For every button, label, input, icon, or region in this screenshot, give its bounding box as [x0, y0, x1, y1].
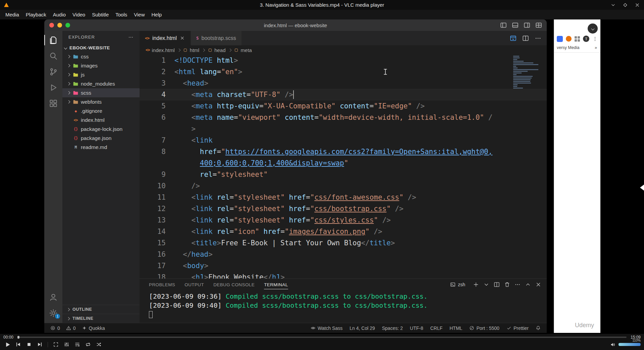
extended-settings-button[interactable]	[62, 341, 71, 348]
tree-item-js[interactable]: js	[62, 70, 140, 79]
menu-view[interactable]: View	[130, 10, 148, 19]
more-actions-icon[interactable]	[535, 35, 541, 42]
close-tab-icon[interactable]	[180, 36, 185, 41]
activity-item-source-control[interactable]	[44, 64, 62, 80]
layout-grid-icon[interactable]	[535, 22, 542, 29]
code-line[interactable]: 4 <meta charset="UTF-8" />	[140, 89, 547, 100]
chevron-down-icon[interactable]	[610, 2, 616, 8]
code-line[interactable]: 6 <meta name="viewport" content="width=d…	[140, 112, 547, 123]
close-icon[interactable]	[635, 2, 640, 8]
code-line[interactable]: 18 <h1>Ebook Website</h1>	[140, 271, 547, 279]
minimap[interactable]	[513, 56, 542, 89]
kebab-menu-icon[interactable]	[592, 36, 598, 42]
browser-scroll-button[interactable]	[588, 23, 598, 34]
bookmark-overflow[interactable]: »	[595, 45, 597, 50]
status-item-utf-8[interactable]: UTF-8	[410, 326, 423, 331]
tab-index.html[interactable]: <>index.html	[140, 31, 191, 45]
code-line[interactable]: 13 <link rel="stylesheet" href="css/styl…	[140, 214, 547, 226]
previous-button[interactable]	[14, 341, 22, 348]
volume-slider[interactable]	[619, 343, 641, 346]
tree-item-css[interactable]: css	[62, 52, 140, 61]
tree-item-images[interactable]: images	[62, 61, 140, 70]
status-item-notifications[interactable]	[536, 326, 541, 331]
minimize-traffic-light[interactable]	[57, 23, 62, 28]
code-line[interactable]: 12 <link rel="stylesheet" href="css/boot…	[140, 203, 547, 214]
video-area[interactable]: index.html — ebook-website 1 EXPLORER EB…	[0, 19, 644, 334]
terminal[interactable]: [2023-06-09 09:36] Compiled scss/bootstr…	[140, 290, 547, 323]
split-editor-icon[interactable]	[494, 282, 500, 288]
workspace-root[interactable]: EBOOK-WEBSITE	[62, 43, 140, 52]
tree-item-webfonts[interactable]: webfonts	[62, 97, 140, 106]
section-outline[interactable]: OUTLINE	[62, 305, 140, 314]
code-line[interactable]: 1<!DOCTYPE html>	[140, 55, 547, 66]
code-line[interactable]: 17 <body>	[140, 260, 547, 271]
trash-icon[interactable]	[504, 282, 510, 288]
status-item-watch-sass[interactable]: Watch Sass	[311, 326, 342, 331]
code-line[interactable]: 2<html lang="en">	[140, 66, 547, 78]
grid-extension-icon[interactable]	[575, 36, 580, 42]
random-button[interactable]	[95, 341, 103, 348]
code-line[interactable]: 10 />	[140, 180, 547, 192]
activity-item-extensions[interactable]	[44, 95, 62, 111]
status-item-port-5500[interactable]: Port : 5500	[469, 326, 499, 331]
status-item-crlf[interactable]: CRLF	[430, 326, 443, 331]
tree-item-package-lock.json[interactable]: {}package-lock.json	[62, 124, 140, 134]
breadcrumb-item-html[interactable]: html	[183, 47, 199, 53]
activity-item-account[interactable]	[44, 289, 62, 305]
seek-slider[interactable]	[17, 337, 627, 338]
code-line[interactable]: 3 <head>	[140, 78, 547, 89]
terminal-shell-select[interactable]: zsh	[450, 282, 465, 288]
chevron-down-icon[interactable]	[483, 282, 489, 288]
play-button[interactable]	[3, 341, 12, 348]
tab-bootstrap.scss[interactable]: Sbootstrap.scss	[191, 31, 242, 45]
stop-button[interactable]	[25, 341, 33, 348]
bookmark-label[interactable]: versy Media	[557, 45, 579, 50]
close-icon[interactable]	[535, 282, 541, 288]
activity-item-run-and-debug[interactable]	[44, 80, 62, 95]
layout-sidebar-right-icon[interactable]	[524, 22, 530, 29]
tree-item-.gitignore[interactable]: ◆.gitignore	[62, 106, 140, 115]
open-preview-icon[interactable]	[510, 35, 517, 42]
chevron-up-icon[interactable]	[525, 282, 531, 288]
code-line[interactable]: 14 <link rel="icon" href="images/favicon…	[140, 226, 547, 237]
code-line[interactable]: >	[140, 123, 547, 135]
next-button[interactable]	[36, 341, 44, 348]
layout-sidebar-left-icon[interactable]	[500, 22, 507, 29]
code-line[interactable]: 7 <link	[140, 135, 547, 146]
more-actions-icon[interactable]	[515, 282, 521, 288]
loop-button[interactable]	[84, 341, 92, 348]
tree-item-scss[interactable]: scss	[62, 88, 140, 97]
profile-badge-icon[interactable]: T	[583, 36, 589, 42]
maximize-icon[interactable]	[623, 2, 628, 8]
panel-tab-terminal[interactable]: TERMINAL	[264, 280, 288, 289]
breadcrumb-item-head[interactable]: head	[208, 47, 225, 53]
section-timeline[interactable]: TIMELINE	[62, 314, 140, 323]
breadcrumb-item-meta[interactable]: meta	[234, 47, 252, 53]
code-line[interactable]: 16 </head>	[140, 249, 547, 260]
status-item-ln-4-col-29[interactable]: Ln 4, Col 29	[350, 326, 375, 331]
status-item-spaces-2[interactable]: Spaces: 2	[382, 326, 403, 331]
fullscreen-button[interactable]	[52, 341, 60, 348]
menu-tools[interactable]: Tools	[112, 10, 130, 19]
tree-item-node_modules[interactable]: node_modules	[62, 79, 140, 88]
menu-help[interactable]: Help	[148, 10, 165, 19]
code-line[interactable]: 5 <meta http-equiv="X-UA-Compatible" con…	[140, 100, 547, 112]
plus-icon[interactable]	[473, 282, 479, 288]
code-line[interactable]: 15 <title>Free E-Book | Start Your Own B…	[140, 237, 547, 249]
layout-panel-icon[interactable]	[512, 22, 519, 29]
status-item-prettier[interactable]: Prettier	[506, 326, 529, 331]
code-editor[interactable]: 1<!DOCTYPE html>2<html lang="en">3 <head…	[140, 55, 547, 279]
code-line[interactable]: 9 rel="stylesheet"	[140, 169, 547, 180]
menu-audio[interactable]: Audio	[50, 10, 69, 19]
blue-extension-icon[interactable]	[557, 36, 563, 42]
code-line[interactable]: 11 <link rel="stylesheet" href="css/font…	[140, 192, 547, 203]
status-item-0[interactable]: 0	[50, 326, 60, 331]
activity-item-explorer[interactable]	[44, 32, 62, 48]
code-line[interactable]: 400;0,600;0,700;1,400&display=swap"	[140, 157, 547, 169]
traffic-lights[interactable]	[49, 23, 70, 28]
status-item-html[interactable]: HTML	[449, 326, 462, 331]
playlist-button[interactable]	[73, 341, 82, 348]
activity-item-search[interactable]	[44, 48, 62, 64]
menu-video[interactable]: Video	[69, 10, 89, 19]
menu-subtitle[interactable]: Subtitle	[89, 10, 112, 19]
